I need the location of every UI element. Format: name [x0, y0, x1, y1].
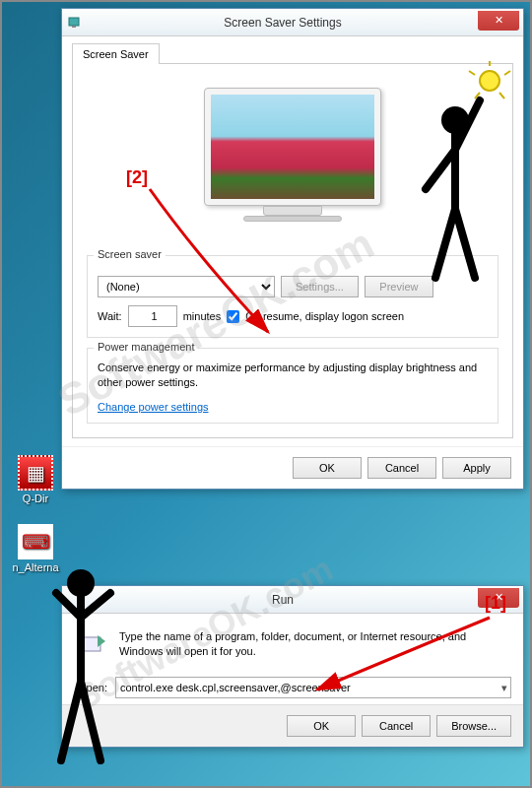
close-button[interactable]: ✕: [478, 11, 519, 31]
preview-button[interactable]: Preview: [365, 276, 433, 297]
desktop-icon-label: n_Alterna: [12, 561, 59, 573]
open-row: Open: ▾: [62, 677, 523, 704]
onresume-label: On resume, display logon screen: [245, 310, 404, 322]
run-app-icon: [66, 592, 82, 608]
dialog-buttons: OK Cancel Apply: [62, 446, 523, 489]
wait-label: Wait:: [98, 310, 122, 322]
close-icon: ✕: [495, 591, 503, 604]
ok-button[interactable]: OK: [287, 715, 356, 737]
run-body: Type the name of a program, folder, docu…: [62, 614, 523, 677]
desktop-icon-qdir[interactable]: ▦ Q-Dir: [12, 455, 59, 504]
tab-screensaver[interactable]: Screen Saver: [72, 43, 160, 64]
settings-button[interactable]: Settings...: [281, 276, 359, 297]
open-input[interactable]: [115, 677, 511, 698]
power-management-group: Power management Conserve energy or maxi…: [87, 348, 499, 424]
close-button[interactable]: ✕: [478, 588, 519, 608]
apply-button[interactable]: Apply: [442, 457, 511, 479]
screensaver-group: Screen saver (None) Settings... Preview …: [87, 255, 499, 338]
desktop-icon-alterna[interactable]: ⌨ n_Alterna: [12, 524, 59, 573]
screensaver-dropdown[interactable]: (None): [98, 276, 275, 297]
chevron-down-icon[interactable]: ▾: [501, 682, 507, 694]
desktop-icon-label: Q-Dir: [12, 492, 59, 504]
svg-rect-0: [69, 18, 79, 26]
window-title: Run: [88, 593, 478, 607]
minutes-label: minutes: [183, 310, 222, 322]
group-title: Power management: [94, 341, 198, 353]
titlebar[interactable]: Run ✕: [62, 586, 523, 614]
qdir-icon: ▦: [18, 455, 53, 491]
screensaver-preview: [194, 88, 391, 235]
tab-body: Screen saver (None) Settings... Preview …: [72, 63, 513, 438]
run-dialog-window: Run ✕ Type the name of a program, folder…: [61, 585, 524, 748]
cancel-button[interactable]: Cancel: [367, 457, 436, 479]
cancel-button[interactable]: Cancel: [362, 715, 431, 737]
monitor-screen: [211, 95, 374, 199]
ok-button[interactable]: OK: [293, 457, 362, 479]
wait-minutes-input[interactable]: [128, 305, 177, 327]
run-icon: [78, 629, 109, 661]
group-title: Screen saver: [94, 248, 166, 260]
close-icon: ✕: [495, 14, 503, 27]
app-icon: [66, 15, 82, 31]
onresume-checkbox[interactable]: [227, 310, 239, 323]
power-text: Conserve energy or maximize performance …: [98, 361, 488, 391]
run-dialog-buttons: OK Cancel Browse...: [62, 704, 523, 747]
tab-strip: Screen Saver: [62, 36, 523, 63]
open-label: Open:: [78, 682, 107, 693]
screensaver-settings-window: Screen Saver Settings ✕ Screen Saver Scr…: [61, 8, 524, 490]
alterna-icon: ⌨: [18, 524, 53, 559]
svg-rect-1: [72, 26, 76, 28]
window-title: Screen Saver Settings: [88, 16, 478, 30]
titlebar[interactable]: Screen Saver Settings ✕: [62, 9, 523, 36]
change-power-settings-link[interactable]: Change power settings: [98, 401, 209, 413]
run-description: Type the name of a program, folder, docu…: [119, 629, 507, 661]
browse-button[interactable]: Browse...: [436, 715, 511, 737]
